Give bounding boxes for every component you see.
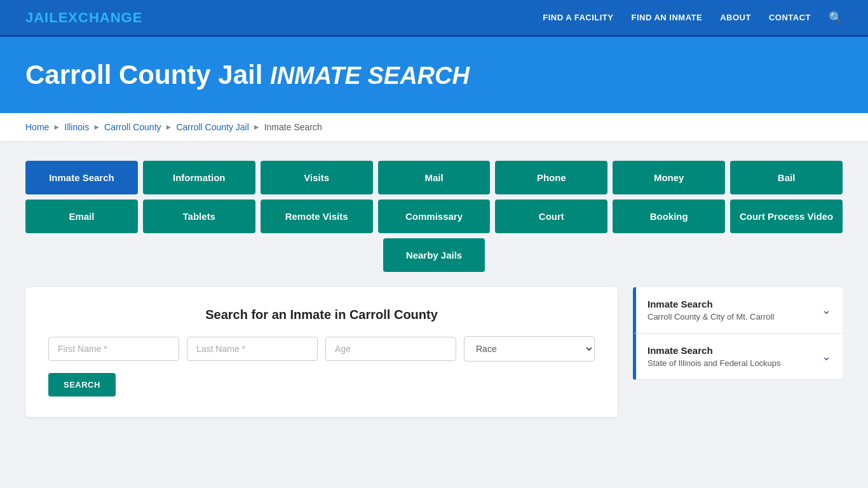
sidebar-card-illinois-title: Inmate Search [648,345,781,356]
breadcrumb-sep-1: ► [53,123,60,132]
hero-banner: Carroll County Jail INMATE SEARCH [0,37,868,113]
btn-court-process-video[interactable]: Court Process Video [730,200,843,233]
sidebar-card-carroll-text: Inmate Search Carroll County & City of M… [648,299,774,322]
nav-contact[interactable]: CONTACT [769,13,811,22]
btn-tablets[interactable]: Tablets [143,200,255,233]
search-button[interactable]: SEARCH [48,373,116,396]
sidebar-card-illinois-federal[interactable]: Inmate Search State of Illinois and Fede… [633,334,843,380]
race-select[interactable]: Race White Black Hispanic Asian Other [464,336,595,362]
btn-bail[interactable]: Bail [730,161,843,194]
logo-jail: JAIL [25,10,58,25]
btn-money[interactable]: Money [613,161,725,194]
btn-email[interactable]: Email [25,200,138,233]
sidebar-card-illinois-subtitle: State of Illinois and Federal Lockups [648,358,781,368]
site-logo[interactable]: JAILEXCHANGE [25,10,142,26]
breadcrumb-sep-2: ► [93,123,100,132]
first-name-input[interactable] [48,337,179,361]
btn-visits[interactable]: Visits [261,161,373,194]
navbar: JAILEXCHANGE FIND A FACILITY FIND AN INM… [0,0,868,37]
btn-remote-visits[interactable]: Remote Visits [261,200,373,233]
nav-button-row3: Nearby Jails [25,238,843,272]
hero-title-main: Carroll County Jail [25,60,262,90]
nav-button-row1: Inmate Search Information Visits Mail Ph… [25,161,843,194]
breadcrumb-sep-4: ► [253,123,261,132]
btn-court[interactable]: Court [495,200,607,233]
btn-mail[interactable]: Mail [378,161,491,194]
sidebar-card-carroll-title: Inmate Search [648,299,774,309]
breadcrumb-illinois[interactable]: Illinois [64,122,89,132]
age-input[interactable] [325,337,456,361]
btn-nearby-jails[interactable]: Nearby Jails [383,238,485,272]
sidebar-card-carroll-subtitle: Carroll County & City of Mt. Carroll [648,312,774,322]
search-card: Search for an Inmate in Carroll County R… [25,287,618,417]
breadcrumb-home[interactable]: Home [25,122,49,132]
btn-commissary[interactable]: Commissary [378,200,491,233]
breadcrumb-carroll-county[interactable]: Carroll County [104,122,161,132]
chevron-down-icon: ⌄ [822,303,831,317]
sidebar-cards: Inmate Search Carroll County & City of M… [633,287,843,380]
breadcrumb-carroll-county-jail[interactable]: Carroll County Jail [176,122,248,132]
chevron-down-icon-2: ⌄ [822,349,831,363]
logo-exchange: EXCHANGE [58,10,143,25]
hero-title-sub: INMATE SEARCH [270,62,470,89]
breadcrumb-sep-3: ► [165,123,173,132]
breadcrumb: Home ► Illinois ► Carroll County ► Carro… [0,113,868,142]
search-form: Race White Black Hispanic Asian Other [48,336,595,362]
sidebar-card-carroll-county[interactable]: Inmate Search Carroll County & City of M… [633,287,843,334]
btn-booking[interactable]: Booking [613,200,725,233]
breadcrumb-current: Inmate Search [264,122,322,132]
nav-about[interactable]: ABOUT [720,13,751,22]
btn-inmate-search[interactable]: Inmate Search [25,161,138,194]
search-icon[interactable]: 🔍 [829,11,843,25]
search-card-title: Search for an Inmate in Carroll County [48,308,595,322]
nav-links: FIND A FACILITY FIND AN INMATE ABOUT CON… [543,11,843,25]
lower-section: Search for an Inmate in Carroll County R… [25,287,843,417]
btn-information[interactable]: Information [143,161,255,194]
btn-phone[interactable]: Phone [495,161,607,194]
sidebar-card-illinois-text: Inmate Search State of Illinois and Fede… [648,345,781,368]
nav-button-row2: Email Tablets Remote Visits Commissary C… [25,200,843,233]
page-title: Carroll County Jail INMATE SEARCH [25,60,843,90]
nav-find-facility[interactable]: FIND A FACILITY [543,13,613,22]
last-name-input[interactable] [187,337,318,361]
nav-find-inmate[interactable]: FIND AN INMATE [631,13,702,22]
main-content: Inmate Search Information Visits Mail Ph… [0,142,868,436]
